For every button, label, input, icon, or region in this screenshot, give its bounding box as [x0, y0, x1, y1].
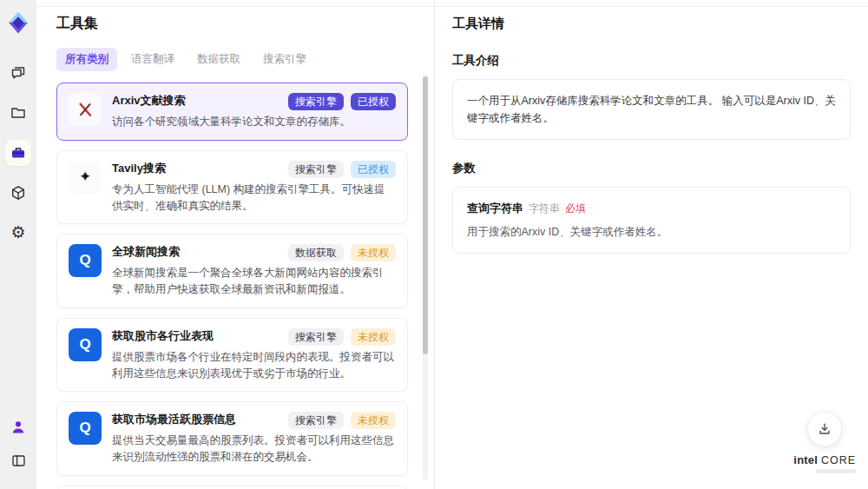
panel-toggle-icon [10, 453, 27, 469]
q-blue-icon: Q [69, 328, 102, 361]
tool-list: Arxiv文献搜索 搜索引擎 已授权 访问各个研究领域大量科学论文和文章的存储库… [56, 83, 408, 489]
tool-name: 获取股市各行业表现 [112, 328, 214, 344]
sidebar-item-toolbox[interactable] [5, 140, 31, 166]
tool-name: 获取市场最活跃股票信息 [112, 412, 236, 427]
sidebar-item-settings[interactable]: ⚙ [5, 220, 31, 246]
intel-word: intel [793, 453, 818, 466]
auth-status-badge: 未授权 [351, 412, 396, 429]
intel-core-logo: intel CORE [793, 453, 856, 473]
left-rail: ⚙ [0, 0, 36, 489]
tool-list-panel: 工具集 所有类别语言翻译数据获取搜索引擎 Arxiv文献搜索 搜索引擎 已授权 … [36, 0, 434, 489]
intro-heading: 工具介绍 [452, 53, 851, 69]
tab-搜索引擎[interactable]: 搜索引擎 [254, 48, 315, 71]
category-badge: 搜索引擎 [288, 93, 344, 110]
corner-widgets: intel CORE [793, 412, 856, 473]
auth-status-badge: 已授权 [351, 93, 396, 110]
parameter-card: 查询字符串字符串必填 用于搜索的Arxiv ID、关键字或作者姓名。 [452, 187, 851, 254]
tool-description: 专为人工智能代理 (LLM) 构建的搜索引擎工具。可快速提供实时、准确和真实的结… [112, 182, 396, 215]
app-logo-diamond-icon [5, 10, 31, 36]
parameter-type: 字符串 [529, 202, 560, 215]
tool-list-item[interactable]: Arxiv文献搜索 搜索引擎 已授权 访问各个研究领域大量科学论文和文章的存储库… [56, 83, 408, 141]
chat-icon [10, 64, 27, 82]
auth-status-badge: 未授权 [351, 244, 396, 261]
rail-bottom [5, 414, 31, 480]
tool-list-item[interactable]: ✦ Tavily搜索 搜索引擎 已授权 专为人工智能代理 (LLM) 构建的搜索… [56, 150, 408, 225]
scrollbar-thumb[interactable] [423, 76, 428, 354]
tool-name: 全球新闻搜索 [112, 244, 180, 260]
sidebar-item-folder[interactable] [5, 100, 31, 126]
tavily-icon: ✦ [69, 161, 102, 194]
tool-list-item[interactable]: Q 全球新闻搜索 数据获取 未授权 全球新闻搜索是一个聚合全球各大新闻网站内容的… [56, 234, 408, 308]
parameter-description: 用于搜索的Arxiv ID、关键字或作者姓名。 [467, 224, 836, 241]
q-blue-icon: Q [69, 412, 102, 445]
arxiv-icon [69, 93, 102, 126]
category-badge: 搜索引擎 [288, 328, 344, 346]
sidebar-item-chat[interactable] [5, 60, 31, 86]
parameter-required-flag: 必填 [565, 202, 586, 215]
list-scrollbar[interactable] [423, 74, 428, 480]
auth-status-badge: 未授权 [351, 328, 396, 346]
tool-list-item[interactable]: 万维地区新闻查询 搜索引擎 未授权 查询具体行政区划内的新闻，快速了解各地新闻动 [56, 486, 408, 489]
tool-description: 提供当天交易量最高的股票列表。投资者可以利用这些信息来识别流动性强的股票和潜在的… [112, 433, 396, 466]
toolbox-icon [10, 144, 27, 162]
page-title: 工具集 [56, 15, 408, 33]
tool-description: 提供股票市场各个行业在特定时间段内的表现。投资者可以利用这些信息来识别表现优于或… [112, 349, 396, 382]
app-window: ⚙ 工具集 所有类别语言翻译数据获取搜索引擎 Arxiv文献搜索 搜索引擎 已授… [0, 0, 868, 489]
params-heading: 参数 [452, 161, 851, 176]
download-button[interactable] [807, 412, 842, 446]
category-badge: 搜索引擎 [288, 412, 344, 429]
tab-数据获取[interactable]: 数据获取 [188, 48, 249, 71]
user-icon [10, 419, 27, 436]
folder-icon [10, 104, 27, 122]
parameter-header: 查询字符串字符串必填 [467, 200, 836, 216]
intel-logo-subline [816, 469, 856, 473]
category-tabs: 所有类别语言翻译数据获取搜索引擎 [56, 48, 408, 71]
category-badge: 搜索引擎 [288, 161, 344, 178]
tool-description: 访问各个研究领域大量科学论文和文章的存储库。 [112, 114, 396, 130]
sidebar-item-panel-toggle[interactable] [5, 447, 31, 473]
auth-status-badge: 已授权 [351, 161, 396, 178]
tab-语言翻译[interactable]: 语言翻译 [122, 48, 183, 71]
tool-name: Arxiv文献搜索 [112, 93, 186, 109]
detail-title: 工具详情 [452, 16, 851, 32]
rail-nav: ⚙ [5, 60, 31, 260]
tab-所有类别[interactable]: 所有类别 [56, 48, 117, 71]
tool-description: 全球新闻搜索是一个聚合全球各大新闻网站内容的搜索引擎，帮助用户快速获取全球最新资… [112, 265, 396, 298]
download-icon [817, 421, 832, 437]
tool-intro-text: 一个用于从Arxiv存储库搜索科学论文和文章的工具。 输入可以是Arxiv ID… [452, 79, 851, 140]
parameter-name: 查询字符串 [467, 202, 523, 215]
core-word: CORE [821, 454, 856, 466]
sidebar-item-user[interactable] [5, 414, 31, 440]
tool-name: Tavily搜索 [112, 161, 166, 176]
category-badge: 数据获取 [288, 244, 344, 261]
tool-list-item[interactable]: Q 获取市场最活跃股票信息 搜索引擎 未授权 提供当天交易量最高的股票列表。投资… [56, 401, 408, 476]
settings-icon: ⚙ [10, 224, 25, 241]
q-blue-icon: Q [69, 244, 102, 277]
sidebar-item-cube[interactable] [5, 180, 31, 206]
tool-list-item[interactable]: Q 获取股市各行业表现 搜索引擎 未授权 提供股票市场各个行业在特定时间段内的表… [56, 318, 408, 393]
cube-icon [10, 184, 27, 202]
